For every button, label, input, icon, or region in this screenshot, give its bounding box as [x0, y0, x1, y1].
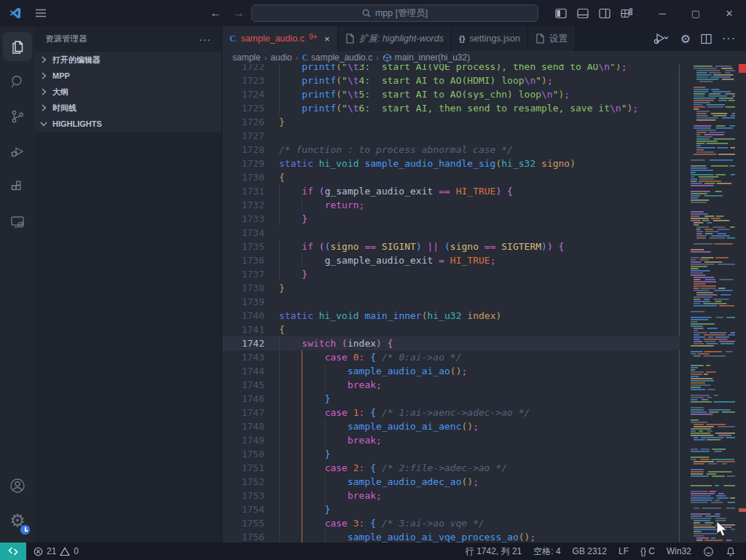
- customize-layout-icon[interactable]: [621, 8, 632, 19]
- toggle-panel-icon[interactable]: [577, 8, 589, 19]
- code-line-1731[interactable]: 1731 if (g_sample_audio_exit == HI_TRUE)…: [222, 184, 680, 198]
- close-icon[interactable]: ×: [324, 33, 330, 44]
- indent-guide: [302, 350, 302, 364]
- minimize-button[interactable]: ─: [645, 0, 679, 26]
- indent-guide: [302, 419, 302, 433]
- token: [348, 407, 353, 418]
- code-line-1727[interactable]: 1727: [222, 129, 680, 143]
- status-item[interactable]: 空格: 4: [533, 545, 560, 558]
- tab-settings.json[interactable]: {}settings.json: [452, 26, 528, 51]
- run-or-debug-icon[interactable]: [653, 32, 670, 45]
- token: 5: start AI to AO(sys_chn) loop: [359, 89, 541, 100]
- code-line-1752[interactable]: 1752 sample_audio_adec_ao();: [222, 475, 680, 489]
- indent-guide: [302, 433, 302, 447]
- code-line-1734[interactable]: 1734: [222, 226, 680, 240]
- tab-设置[interactable]: 设置: [528, 26, 576, 51]
- extensions-icon[interactable]: [3, 172, 32, 201]
- code-line-1755[interactable]: 1755 case 3: { /* 3:ai->ao vqe */: [222, 516, 680, 530]
- code-line-1732[interactable]: 1732 return;: [222, 198, 680, 212]
- nav-back-icon[interactable]: ←: [210, 7, 221, 20]
- code-line-1736[interactable]: 1736 g_sample_audio_exit = HI_TRUE;: [222, 253, 680, 267]
- menu-hamburger-icon[interactable]: [35, 8, 47, 18]
- run-debug-icon[interactable]: [3, 137, 32, 166]
- settings-gear-icon[interactable]: ⚙: [680, 32, 691, 46]
- breadcrumb-item[interactable]: main_inner(hi_u32): [382, 52, 470, 63]
- search-icon[interactable]: [3, 67, 32, 96]
- breadcrumb-item[interactable]: audio: [270, 52, 291, 63]
- code-line-1733[interactable]: 1733 }: [222, 212, 680, 226]
- code-line-1748[interactable]: 1748 sample_audio_ai_aenc();: [222, 419, 680, 433]
- code-line-1723[interactable]: 1723 printf("\t4: start AI to AO(HDMI) l…: [222, 74, 680, 87]
- status-item[interactable]: Win32: [667, 546, 691, 556]
- sidebar-section-大纲[interactable]: 大纲: [35, 84, 221, 100]
- code-line-1742[interactable]: 1742 switch (index) {: [222, 336, 680, 350]
- status-item[interactable]: 行 1742, 列 21: [466, 545, 522, 558]
- more-actions-icon[interactable]: ···: [199, 33, 211, 45]
- more-actions-icon[interactable]: ···: [722, 32, 736, 45]
- close-button[interactable]: ✕: [712, 0, 746, 26]
- code-editor[interactable]: 1722 printf("\t3: start AI(VQE process),…: [222, 64, 680, 543]
- toggle-sidebar-icon[interactable]: [555, 8, 567, 19]
- explorer-icon[interactable]: [3, 32, 32, 61]
- code-line-1750[interactable]: 1750 }: [222, 447, 680, 461]
- code-line-1738[interactable]: 1738}: [222, 281, 680, 295]
- source-control-icon[interactable]: [3, 102, 32, 131]
- sidebar-section-打开的编辑器[interactable]: 打开的编辑器: [35, 52, 221, 68]
- status-item[interactable]: {} C: [640, 546, 655, 556]
- sidebar-section-HIGHLIGHTS[interactable]: HIGHLIGHTS: [35, 116, 221, 132]
- code-line-1725[interactable]: 1725 printf("\t6: start AI, then send to…: [222, 101, 680, 115]
- bell-icon[interactable]: [726, 546, 736, 557]
- code-line-1722[interactable]: 1722 printf("\t3: start AI(VQE process),…: [222, 64, 680, 74]
- minimap[interactable]: [680, 64, 739, 543]
- tab-扩展: highlight-words[interactable]: 扩展: highlight-words: [338, 26, 452, 51]
- account-icon[interactable]: [3, 471, 32, 500]
- code-line-1740[interactable]: 1740static hi_void main_inner(hi_u32 ind…: [222, 309, 680, 323]
- sidebar-section-MPP[interactable]: MPP: [35, 68, 221, 84]
- problems-summary[interactable]: 21 0: [34, 546, 79, 556]
- token: switch: [302, 338, 336, 349]
- command-center-search[interactable]: mpp [管理员]: [251, 4, 538, 22]
- tab-sample_audio.c[interactable]: Csample_audio.c9+×: [222, 26, 338, 51]
- remote-explorer-icon[interactable]: [3, 207, 32, 236]
- maximize-button[interactable]: ▢: [679, 0, 712, 26]
- token: 3: [353, 518, 359, 529]
- code-line-1728[interactable]: 1728/* function : to process abnormal ca…: [222, 143, 680, 157]
- code-line-1724[interactable]: 1724 printf("\t5: start AI to AO(sys_chn…: [222, 87, 680, 101]
- nav-forward-icon[interactable]: →: [233, 7, 245, 20]
- code-line-1743[interactable]: 1743 case 0: { /* 0:ai->ao */: [222, 350, 680, 364]
- token: {: [370, 407, 376, 418]
- indent-guide: [279, 184, 280, 198]
- code-line-1741[interactable]: 1741{: [222, 323, 680, 336]
- code-line-1746[interactable]: 1746 }: [222, 392, 680, 406]
- settings-gear-icon[interactable]: ⚙: [3, 506, 32, 535]
- code-line-1739[interactable]: 1739: [222, 295, 680, 309]
- overview-ruler[interactable]: [739, 64, 746, 543]
- status-item[interactable]: GB 2312: [573, 546, 607, 556]
- search-icon: [362, 9, 371, 17]
- code-line-1754[interactable]: 1754 }: [222, 502, 680, 516]
- code-line-1749[interactable]: 1749 break;: [222, 433, 680, 447]
- code-line-1726[interactable]: 1726}: [222, 115, 680, 129]
- indent-guide: [279, 74, 280, 87]
- toggle-secondary-sidebar-icon[interactable]: [599, 8, 610, 19]
- code-line-1756[interactable]: 1756 sample_audio_ai_vqe_process_ao();: [222, 530, 680, 543]
- breadcrumb-item[interactable]: sample: [232, 52, 261, 63]
- breadcrumb-item[interactable]: Csample_audio.c: [302, 52, 372, 63]
- code-line-1753[interactable]: 1753 break;: [222, 489, 680, 502]
- status-item[interactable]: LF: [619, 546, 629, 556]
- code-line-1751[interactable]: 1751 case 2: { /* 2:file->adec->ao */: [222, 461, 680, 475]
- token: ;: [621, 64, 627, 72]
- code-line-1737[interactable]: 1737 }: [222, 267, 680, 281]
- code-line-1747[interactable]: 1747 case 1: { /* 1:ai->aenc->adec->ao *…: [222, 406, 680, 419]
- sidebar-section-时间线[interactable]: 时间线: [35, 100, 221, 116]
- code-line-1730[interactable]: 1730{: [222, 170, 680, 184]
- feedback-icon[interactable]: [703, 546, 714, 557]
- token: static: [279, 158, 313, 169]
- line-number: 1738: [222, 281, 264, 295]
- code-line-1745[interactable]: 1745 break;: [222, 378, 680, 392]
- code-line-1744[interactable]: 1744 sample_audio_ai_ao();: [222, 364, 680, 378]
- code-line-1729[interactable]: 1729static hi_void sample_audio_handle_s…: [222, 157, 680, 170]
- code-line-1735[interactable]: 1735 if ((signo == SIGINT) || (signo == …: [222, 240, 680, 253]
- remote-indicator[interactable]: [0, 543, 26, 560]
- split-editor-icon[interactable]: [701, 33, 712, 44]
